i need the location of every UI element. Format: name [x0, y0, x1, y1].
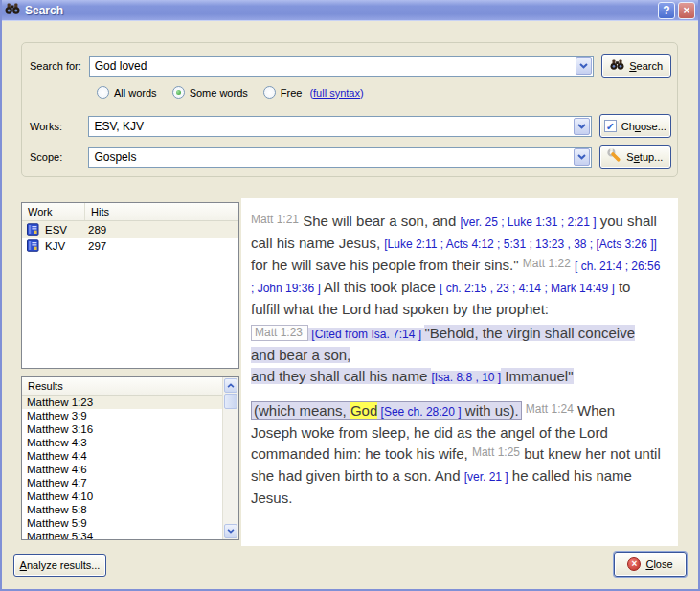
- search-combobox[interactable]: God loved: [89, 56, 595, 77]
- results-panel: Results Matthew 1:23 Matthew 3:9: [21, 376, 239, 540]
- wrench-icon: [607, 148, 621, 165]
- search-type-radio[interactable]: Some words: [172, 86, 248, 99]
- hits-column-header[interactable]: Hits: [85, 203, 115, 220]
- scrollbar-thumb[interactable]: [224, 394, 237, 409]
- scroll-up-icon[interactable]: [224, 378, 237, 393]
- list-item[interactable]: Matthew 4:4: [22, 449, 222, 463]
- work-name: KJV: [45, 240, 85, 252]
- full-syntax-link[interactable]: (full syntax): [309, 87, 363, 99]
- titlebar[interactable]: Search ? ×: [0, 0, 700, 21]
- result-reference: Matthew 5:34: [27, 531, 93, 539]
- help-button[interactable]: ?: [658, 2, 675, 19]
- search-type-radio[interactable]: All words: [97, 86, 157, 99]
- dialog-body: Search for: God loved: [2, 21, 698, 589]
- result-reference: Matthew 4:10: [27, 490, 93, 502]
- results-list: Matthew 1:23 Matthew 3:9 Matthew 3:16 Ma…: [22, 396, 222, 539]
- search-form-group: Search for: God loved: [21, 42, 678, 177]
- verse-paragraph: (which means, God [See ch. 28:20 ] with …: [251, 400, 662, 509]
- result-reference: Matthew 4:6: [27, 464, 87, 475]
- table-row[interactable]: ESV 289: [22, 221, 238, 238]
- choose-button[interactable]: ✓ Choose...: [599, 114, 671, 138]
- work-hit-count: 297: [85, 240, 106, 252]
- list-item[interactable]: Matthew 4:7: [22, 476, 222, 489]
- close-x-icon: ×: [627, 557, 641, 571]
- radio-circle-icon: [97, 86, 109, 99]
- radio-circle-icon: [263, 86, 276, 99]
- works-table-header: Work Hits: [22, 203, 238, 221]
- scope-combobox[interactable]: Gospels: [88, 147, 591, 168]
- works-value[interactable]: ESV, KJV: [89, 120, 572, 133]
- works-hits-panel: Work Hits: [21, 202, 239, 369]
- list-item[interactable]: Matthew 1:23: [22, 396, 222, 409]
- result-reference: Matthew 4:7: [27, 477, 87, 489]
- works-combobox[interactable]: ESV, KJV: [88, 116, 591, 137]
- list-item[interactable]: Matthew 5:9: [22, 516, 222, 530]
- list-item[interactable]: Matthew 5:8: [22, 503, 222, 516]
- list-item[interactable]: Matthew 3:16: [22, 422, 222, 436]
- scope-value[interactable]: Gospels: [89, 150, 572, 164]
- scope-dropdown-button[interactable]: [574, 148, 590, 166]
- work-column-header[interactable]: Work: [22, 203, 85, 220]
- highlighted-verse-paragraph: Matt 1:23 [Cited from Isa. 7:14 ] "Behol…: [251, 323, 662, 388]
- checkmark-icon: ✓: [604, 120, 617, 132]
- close-button[interactable]: × Close: [614, 552, 687, 577]
- search-for-label: Search for:: [30, 60, 89, 72]
- result-reference: Matthew 4:4: [27, 450, 87, 462]
- binoculars-icon: [5, 2, 20, 19]
- results-header: Results: [22, 377, 222, 396]
- setup-button[interactable]: Setup...: [599, 145, 671, 169]
- list-item[interactable]: Matthew 4:3: [22, 436, 222, 449]
- work-hit-count: 289: [85, 224, 106, 236]
- works-label: Works:: [30, 121, 88, 132]
- scope-label: Scope:: [30, 151, 88, 163]
- list-item[interactable]: Matthew 4:10: [22, 489, 222, 503]
- result-reference: Matthew 1:23: [27, 397, 93, 408]
- works-table-body: ESV 289: [22, 221, 238, 254]
- radio-label: Some words: [190, 87, 248, 99]
- verse-preview-pane[interactable]: Matt 1:21 She will bear a son, and [ver.…: [241, 198, 678, 546]
- book-icon: [27, 239, 39, 252]
- result-reference: Matthew 5:8: [27, 504, 87, 515]
- window-title: Search: [25, 4, 63, 17]
- list-item[interactable]: Matthew 5:34: [22, 530, 222, 539]
- choose-button-label: Choose...: [621, 121, 666, 132]
- result-reference: Matthew 4:3: [27, 437, 87, 448]
- book-icon: [27, 223, 39, 236]
- verse-paragraph: Matt 1:21 She will bear a son, and [ver.…: [251, 211, 662, 320]
- search-type-radio[interactable]: Free: [263, 86, 303, 99]
- result-reference: Matthew 3:9: [27, 410, 87, 421]
- result-reference: Matthew 5:9: [27, 517, 87, 529]
- window-close-button[interactable]: ×: [678, 2, 695, 19]
- search-input[interactable]: God loved: [90, 59, 576, 73]
- search-dialog: Search ? × Search for: God loved: [0, 0, 700, 591]
- search-type-radios: All words Some words Free: [97, 86, 302, 99]
- results-column-header[interactable]: Results: [22, 377, 69, 395]
- table-row[interactable]: KJV 297: [22, 238, 238, 254]
- works-dropdown-button[interactable]: [574, 118, 590, 135]
- search-button-label: Search: [629, 60, 663, 72]
- list-item[interactable]: Matthew 3:9: [22, 409, 222, 422]
- work-name: ESV: [45, 224, 85, 236]
- results-scrollbar[interactable]: [222, 377, 238, 539]
- analyze-button-label: Analyze results...: [20, 559, 101, 571]
- radio-label: Free: [281, 87, 303, 99]
- search-button[interactable]: Search: [601, 54, 671, 78]
- radio-label: All words: [114, 87, 157, 99]
- binoculars-icon: [610, 58, 624, 73]
- analyze-results-button[interactable]: Analyze results...: [13, 554, 106, 577]
- search-dropdown-button[interactable]: [576, 57, 592, 75]
- radio-circle-icon: [172, 86, 185, 99]
- result-reference: Matthew 3:16: [27, 423, 93, 435]
- setup-button-label: Setup...: [626, 151, 663, 163]
- close-button-label: Close: [645, 558, 672, 570]
- list-item[interactable]: Matthew 4:6: [22, 463, 222, 476]
- scroll-down-icon[interactable]: [224, 524, 237, 538]
